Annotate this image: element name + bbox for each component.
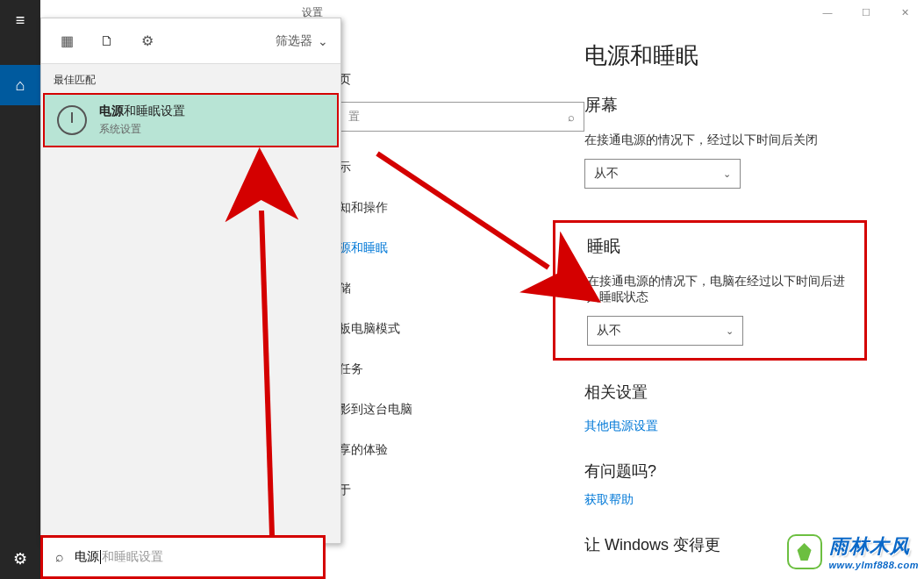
window-controls: — ☐ ✕ xyxy=(808,0,924,25)
filter-dropdown[interactable]: 筛选器 ⌄ xyxy=(276,33,328,49)
get-help-link[interactable]: 获取帮助 xyxy=(584,492,915,508)
search-result-power-sleep[interactable]: 电源和睡眠设置 系统设置 xyxy=(43,93,339,147)
settings-search-text: 置 xyxy=(348,109,360,125)
result-text: 电源和睡眠设置 系统设置 xyxy=(99,104,325,137)
sleep-timeout-dropdown[interactable]: 从不 ⌄ xyxy=(587,316,743,346)
settings-nav-list: 示 知和操作 源和睡眠 储 板电脑模式 任务 影到这台电脑 享的体验 于 xyxy=(339,147,584,511)
result-subtitle: 系统设置 xyxy=(99,122,325,137)
settings-nav-home: 页 xyxy=(339,60,584,100)
taskbar-search-box[interactable]: ⌕ 电源和睡眠设置 xyxy=(40,535,326,579)
screen-desc: 在接通电源的情况下，经过以下时间后关闭 xyxy=(584,132,915,148)
search-icon: ⌕ xyxy=(55,549,64,565)
screen-section-title: 屏幕 xyxy=(584,94,915,117)
documents-tab-icon[interactable]: 🗋 xyxy=(94,33,120,49)
nav-item-home[interactable]: 页 xyxy=(339,60,584,100)
search-panel-tabs: ▦ 🗋 ⚙ 筛选器 ⌄ xyxy=(41,18,340,64)
watermark-text: 雨林木风 xyxy=(829,533,919,560)
filter-label: 筛选器 xyxy=(276,33,312,49)
sleep-section-highlighted: 睡眠 在接通电源的情况下，电脑在经过以下时间后进入睡眠状态 从不 ⌄ xyxy=(553,220,867,361)
search-icon: ⌕ xyxy=(568,111,575,124)
chevron-down-icon: ⌄ xyxy=(318,34,328,48)
watermark-url: www.ylmf888.com xyxy=(829,560,919,570)
nav-item[interactable]: 储 xyxy=(339,268,584,309)
start-search-panel: ▦ 🗋 ⚙ 筛选器 ⌄ 最佳匹配 电源和睡眠设置 系统设置 xyxy=(40,18,341,544)
nav-item[interactable]: 示 xyxy=(339,147,584,188)
home-icon[interactable]: ⌂ xyxy=(0,65,40,105)
minimize-button[interactable]: — xyxy=(808,0,847,25)
nav-item[interactable]: 影到这台电脑 xyxy=(339,390,584,430)
watermark: 雨林木风 www.ylmf888.com xyxy=(787,533,919,570)
nav-item-power-sleep[interactable]: 源和睡眠 xyxy=(339,228,584,268)
hamburger-icon[interactable]: ≡ xyxy=(0,0,40,40)
page-title: 电源和睡眠 xyxy=(584,40,915,71)
settings-search-input[interactable]: 置 ⌕ xyxy=(339,102,584,132)
close-button[interactable]: ✕ xyxy=(885,0,924,25)
other-power-settings-link[interactable]: 其他电源设置 xyxy=(584,418,915,434)
screen-timeout-dropdown[interactable]: 从不 ⌄ xyxy=(584,159,741,189)
maximize-button[interactable]: ☐ xyxy=(847,0,885,25)
chevron-down-icon: ⌄ xyxy=(723,168,731,180)
nav-item[interactable]: 知和操作 xyxy=(339,188,584,228)
related-settings-title: 相关设置 xyxy=(584,382,915,403)
sleep-desc: 在接通电源的情况下，电脑在经过以下时间后进入睡眠状态 xyxy=(587,274,856,305)
nav-item[interactable]: 于 xyxy=(339,470,584,511)
settings-content: 电源和睡眠 屏幕 在接通电源的情况下，经过以下时间后关闭 从不 ⌄ 睡眠 在接通… xyxy=(584,40,924,555)
nav-item[interactable]: 任务 xyxy=(339,349,584,390)
best-match-label: 最佳匹配 xyxy=(41,64,340,93)
chevron-down-icon: ⌄ xyxy=(726,325,734,337)
dropdown-value: 从不 xyxy=(597,323,621,339)
power-icon xyxy=(57,105,87,135)
help-title: 有问题吗? xyxy=(584,461,915,482)
start-rail: ≡ ⌂ ⚙ xyxy=(0,0,40,579)
dropdown-value: 从不 xyxy=(594,166,619,182)
nav-item[interactable]: 享的体验 xyxy=(339,430,584,470)
apps-tab-icon[interactable]: ▦ xyxy=(54,32,80,49)
sleep-section-title: 睡眠 xyxy=(587,235,856,258)
nav-item[interactable]: 板电脑模式 xyxy=(339,309,584,349)
watermark-logo-icon xyxy=(787,534,822,569)
settings-gear-icon[interactable]: ⚙ xyxy=(0,539,40,579)
result-title: 电源和睡眠设置 xyxy=(99,104,325,119)
search-input-text: 电源和睡眠设置 xyxy=(75,549,163,565)
settings-tab-icon[interactable]: ⚙ xyxy=(134,32,161,49)
